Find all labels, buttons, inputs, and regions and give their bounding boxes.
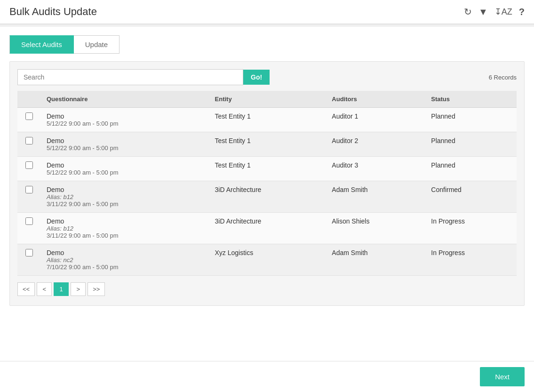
- table-header-row: Questionnaire Entity Auditors Status: [17, 91, 517, 108]
- questionnaire-date: 5/12/22 9:00 am - 5:00 pm: [47, 169, 204, 176]
- page-title: Bulk Audits Update: [9, 6, 97, 18]
- search-bar: Go! 6 Records: [17, 69, 517, 85]
- questionnaire-name: Demo: [47, 217, 204, 225]
- questionnaire-date: 7/10/22 9:00 am - 5:00 pm: [47, 264, 204, 271]
- row-questionnaire: Demo5/12/22 9:00 am - 5:00 pm: [41, 132, 209, 157]
- col-checkbox: [17, 91, 41, 108]
- row-questionnaire: DemoAlias: nc27/10/22 9:00 am - 5:00 pm: [41, 244, 209, 276]
- questionnaire-date: 3/11/22 9:00 am - 5:00 pm: [47, 200, 204, 208]
- page-next-button[interactable]: >: [71, 282, 86, 296]
- pagination: << < 1 > >>: [17, 276, 517, 298]
- page-1-button[interactable]: 1: [54, 282, 69, 296]
- records-count: 6 Records: [489, 74, 517, 81]
- row-auditors: Adam Smith: [326, 181, 425, 213]
- row-entity: Xyz Logistics: [209, 244, 327, 276]
- header-actions: ↻ ▼ ↧AZ ?: [464, 6, 525, 17]
- questionnaire-date: 5/12/22 9:00 am - 5:00 pm: [47, 144, 204, 152]
- row-questionnaire: DemoAlias: b123/11/22 9:00 am - 5:00 pm: [41, 181, 209, 213]
- page-last-button[interactable]: >>: [88, 282, 105, 296]
- tab-update[interactable]: Update: [74, 35, 120, 54]
- row-questionnaire: DemoAlias: b123/11/22 9:00 am - 5:00 pm: [41, 213, 209, 244]
- row-checkbox[interactable]: [25, 137, 33, 144]
- refresh-icon[interactable]: ↻: [464, 6, 472, 17]
- row-checkbox-cell: [17, 157, 41, 181]
- row-status: Planned: [425, 108, 517, 132]
- row-auditors: Alison Shiels: [326, 213, 425, 244]
- row-auditors: Auditor 3: [326, 157, 425, 181]
- row-status: Planned: [425, 132, 517, 157]
- row-status: Planned: [425, 157, 517, 181]
- row-checkbox-cell: [17, 213, 41, 244]
- search-button[interactable]: Go!: [243, 70, 270, 85]
- questionnaire-name: Demo: [47, 112, 204, 120]
- row-entity: 3iD Architecture: [209, 181, 327, 213]
- sort-az-icon[interactable]: ↧AZ: [494, 7, 512, 17]
- row-auditors: Adam Smith: [326, 244, 425, 276]
- questionnaire-date: 5/12/22 9:00 am - 5:00 pm: [47, 120, 204, 127]
- table-row: Demo5/12/22 9:00 am - 5:00 pmTest Entity…: [17, 132, 517, 157]
- row-status: In Progress: [425, 213, 517, 244]
- row-checkbox[interactable]: [25, 186, 33, 193]
- row-questionnaire: Demo5/12/22 9:00 am - 5:00 pm: [41, 108, 209, 132]
- wizard-tabs: Select Audits Update: [0, 27, 534, 54]
- row-auditors: Auditor 2: [326, 132, 425, 157]
- questionnaire-name: Demo: [47, 137, 204, 144]
- row-checkbox[interactable]: [25, 249, 33, 256]
- row-questionnaire: Demo5/12/22 9:00 am - 5:00 pm: [41, 157, 209, 181]
- tab-select-audits[interactable]: Select Audits: [9, 35, 74, 54]
- table-row: DemoAlias: b123/11/22 9:00 am - 5:00 pm3…: [17, 181, 517, 213]
- row-checkbox[interactable]: [25, 112, 33, 120]
- questionnaire-date: 3/11/22 9:00 am - 5:00 pm: [47, 232, 204, 239]
- row-status: In Progress: [425, 244, 517, 276]
- row-checkbox-cell: [17, 108, 41, 132]
- row-checkbox-cell: [17, 181, 41, 213]
- table-row: Demo5/12/22 9:00 am - 5:00 pmTest Entity…: [17, 108, 517, 132]
- filter-icon[interactable]: ▼: [478, 7, 488, 17]
- page-prev-button[interactable]: <: [37, 282, 52, 296]
- table-row: DemoAlias: b123/11/22 9:00 am - 5:00 pm3…: [17, 213, 517, 244]
- row-entity: Test Entity 1: [209, 108, 327, 132]
- table-row: DemoAlias: nc27/10/22 9:00 am - 5:00 pmX…: [17, 244, 517, 276]
- help-icon[interactable]: ?: [519, 7, 525, 17]
- page-header: Bulk Audits Update ↻ ▼ ↧AZ ?: [0, 0, 534, 24]
- questionnaire-name: Demo: [47, 186, 204, 193]
- col-entity: Entity: [209, 91, 327, 108]
- audits-table: Questionnaire Entity Auditors Status Dem…: [17, 91, 517, 276]
- questionnaire-name: Demo: [47, 249, 204, 256]
- row-entity: Test Entity 1: [209, 157, 327, 181]
- row-checkbox[interactable]: [25, 217, 33, 225]
- col-status: Status: [425, 91, 517, 108]
- questionnaire-alias: Alias: b12: [47, 193, 204, 200]
- row-checkbox[interactable]: [25, 161, 33, 169]
- col-questionnaire: Questionnaire: [41, 91, 209, 108]
- row-auditors: Auditor 1: [326, 108, 425, 132]
- row-checkbox-cell: [17, 244, 41, 276]
- col-auditors: Auditors: [326, 91, 425, 108]
- page-first-button[interactable]: <<: [17, 282, 35, 296]
- questionnaire-name: Demo: [47, 161, 204, 169]
- questionnaire-alias: Alias: b12: [47, 225, 204, 232]
- row-entity: 3iD Architecture: [209, 213, 327, 244]
- questionnaire-alias: Alias: nc2: [47, 256, 204, 264]
- row-checkbox-cell: [17, 132, 41, 157]
- row-entity: Test Entity 1: [209, 132, 327, 157]
- search-input[interactable]: [17, 69, 243, 85]
- row-status: Confirmed: [425, 181, 517, 213]
- table-row: Demo5/12/22 9:00 am - 5:00 pmTest Entity…: [17, 157, 517, 181]
- main-content: Go! 6 Records Questionnaire Entity Audit…: [9, 61, 525, 306]
